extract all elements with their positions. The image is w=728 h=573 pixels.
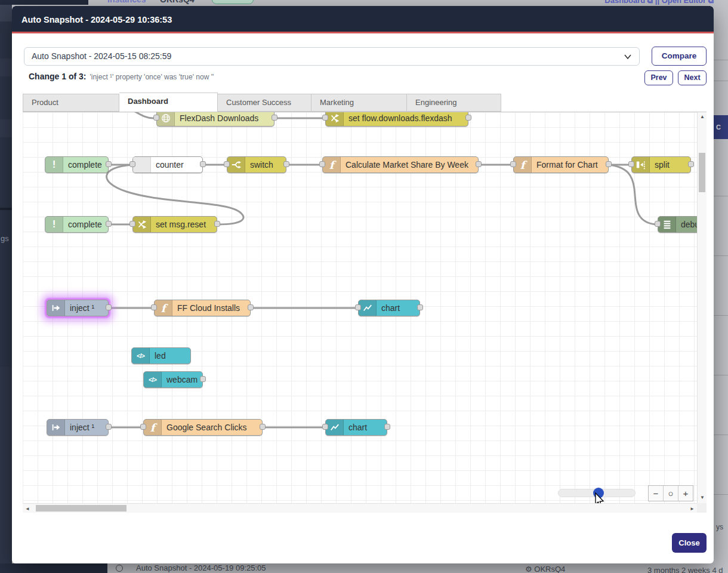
shuffle-icon — [326, 112, 344, 126]
change-summary: Change 1 of 3:'inject ¹' property 'once'… — [29, 72, 214, 81]
flow-node-switch[interactable]: switch — [227, 156, 286, 173]
node-label: complete — [68, 217, 104, 232]
node-label: FF Cloud Installs — [177, 300, 246, 316]
scroll-up-icon[interactable]: ▲ — [700, 114, 705, 119]
tab-customer-success[interactable]: Customer Success — [218, 94, 311, 112]
node-port-out — [106, 221, 112, 227]
horizontal-scrollbar-thumb[interactable] — [36, 505, 127, 512]
node-port-out — [106, 304, 112, 310]
flow-wire — [107, 165, 243, 224]
node-port-in — [151, 304, 157, 310]
node-port-in — [319, 161, 325, 167]
node-port-in — [140, 424, 146, 430]
prev-button[interactable]: Prev — [644, 70, 673, 85]
close-button[interactable]: Close — [672, 533, 707, 553]
instance-row-label: ⚙ OKRsQ4 — [525, 565, 565, 573]
node-port-out — [272, 115, 277, 121]
breadcrumb-instance-name: OKRsQ4 — [160, 0, 195, 4]
flow-node-calc[interactable]: fCalculate Market Share By Week — [322, 156, 479, 173]
code-icon: </> — [132, 348, 150, 363]
flow-node-google[interactable]: fGoogle Search Clicks — [143, 419, 263, 436]
canvas-horizontal-scrollbar[interactable]: ◄ ► — [23, 503, 697, 513]
flow-node-led[interactable]: </>led — [131, 347, 191, 364]
node-label: set msg.reset — [156, 217, 213, 232]
flow-node-chart2[interactable]: chart — [325, 419, 387, 436]
flow-node-flexdash[interactable]: FlexDash Downloads — [156, 112, 274, 127]
flow-node-counter[interactable]: counter — [132, 156, 203, 173]
node-port-in — [322, 424, 328, 430]
flow-canvas[interactable]: FlexDash Downloadsset flow.downloads.fle… — [23, 112, 697, 503]
age-label: 3 months 2 weeks 4 d — [647, 566, 723, 573]
flow-node-split[interactable]: split — [631, 156, 691, 173]
node-label: Google Search Clicks — [166, 420, 258, 435]
node-port-out — [200, 376, 206, 382]
breadcrumb-instances[interactable]: Instances — [107, 0, 146, 4]
node-port-in — [628, 161, 634, 167]
flow-node-inject2[interactable]: inject ¹ — [47, 419, 109, 436]
mouse-cursor — [593, 492, 604, 503]
snapshot-select-value: Auto Snapshot - 2024-05-15 08:25:59 — [32, 51, 171, 61]
node-port-out — [465, 115, 471, 121]
node-port-in — [655, 221, 661, 227]
flow-node-inject1[interactable]: inject ¹ — [47, 300, 109, 316]
external-link-icon: ⧉ — [708, 0, 714, 5]
change-counter-label: Change 1 of 3: — [29, 72, 86, 81]
tab-marketing[interactable]: Marketing — [311, 94, 407, 112]
flow-node-setflow[interactable]: set flow.downloads.flexdash — [325, 112, 468, 127]
node-label: inject ¹ — [70, 420, 104, 435]
next-button[interactable]: Next — [678, 70, 707, 85]
node-label: split — [655, 157, 687, 172]
node-label: chart — [381, 300, 416, 316]
flow-tabs: ProductDashboardCustomer SuccessMarketin… — [23, 93, 501, 112]
scroll-down-icon[interactable]: ▼ — [700, 495, 705, 500]
flow-node-setreset[interactable]: set msg.reset — [132, 216, 217, 233]
dashboard-link[interactable]: Dashboard — [604, 0, 645, 5]
zoom-out-button[interactable]: − — [649, 486, 663, 501]
node-port-out — [106, 161, 112, 167]
vertical-scrollbar-thumb[interactable] — [699, 153, 705, 192]
top-links[interactable]: Dashboard ⧉ || Open Editor ⧉ — [604, 0, 714, 5]
node-port-out — [200, 161, 206, 167]
canvas-vertical-scrollbar[interactable]: ▲ ▼ — [697, 112, 707, 503]
background-right-panel: C ys — [714, 5, 728, 563]
tab-engineering[interactable]: Engineering — [407, 94, 501, 112]
chart-icon — [326, 420, 344, 435]
globe-icon — [157, 112, 175, 126]
status-pill — [212, 0, 254, 4]
scroll-left-icon[interactable]: ◄ — [25, 506, 30, 512]
open-editor-link[interactable]: Open Editor — [662, 0, 706, 5]
tab-product[interactable]: Product — [23, 94, 119, 112]
node-port-out — [214, 221, 220, 227]
inject-icon — [47, 300, 65, 316]
node-port-out — [248, 304, 254, 310]
previous-snapshot-label: Auto Snapshot - 2024-05-19 09:25:05 — [136, 563, 266, 572]
exclaim-icon: ! — [45, 217, 63, 232]
none-icon — [133, 157, 151, 172]
node-port-out — [476, 161, 482, 167]
node-label: counter — [156, 157, 199, 172]
zoom-reset-button[interactable]: ○ — [663, 486, 678, 501]
scrollbar-corner — [697, 503, 707, 513]
external-link-icon: ⧉ — [647, 0, 653, 5]
node-port-out — [606, 161, 612, 167]
node-port-in — [355, 304, 361, 310]
tab-dashboard[interactable]: Dashboard — [119, 93, 218, 112]
zoom-in-button[interactable]: + — [678, 486, 693, 501]
node-port-in — [153, 115, 159, 121]
snapshot-select[interactable]: Auto Snapshot - 2024-05-15 08:25:59 — [24, 47, 640, 66]
compare-button[interactable]: Compare — [652, 47, 707, 66]
node-label: FlexDash Downloads — [180, 112, 270, 126]
flow-node-format[interactable]: fFormat for Chart — [513, 156, 609, 173]
flow-node-complete1[interactable]: !complete — [45, 156, 109, 173]
zoom-controls: − ○ + — [648, 485, 693, 501]
flow-node-chart1[interactable]: chart — [358, 300, 420, 316]
sidebar-label-fragment: gs — [1, 234, 9, 243]
switch-icon — [227, 157, 245, 172]
flow-node-complete2[interactable]: !complete — [45, 216, 109, 233]
node-label: chart — [348, 420, 383, 435]
scroll-right-icon[interactable]: ► — [690, 506, 695, 512]
function-icon: f — [155, 300, 172, 316]
flow-node-ffcloud[interactable]: fFF Cloud Installs — [154, 300, 251, 316]
flow-node-webcam[interactable]: </>webcam — [143, 371, 203, 388]
flow-node-debug[interactable]: debug — [658, 216, 697, 233]
